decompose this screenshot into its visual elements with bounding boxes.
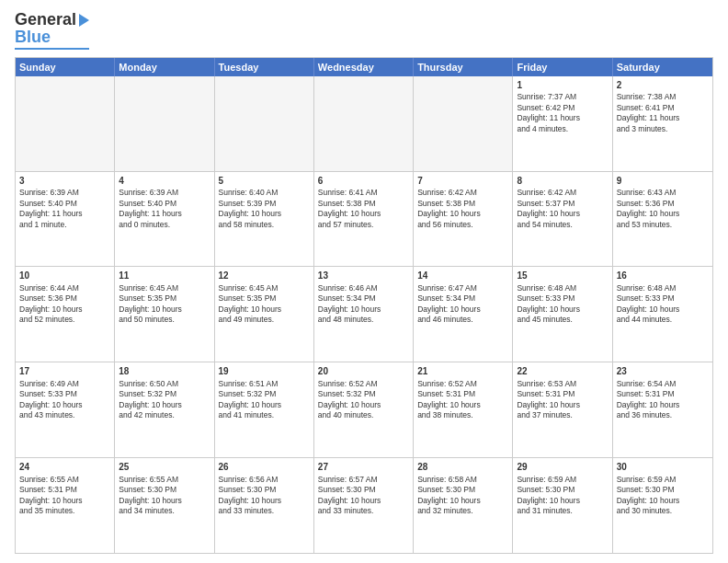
day-info: Sunset: 5:33 PM [517,293,608,304]
calendar-cell: 19Sunrise: 6:51 AMSunset: 5:32 PMDayligh… [215,362,314,457]
day-info: Sunrise: 6:42 AM [517,188,608,198]
day-info: Sunrise: 6:59 AM [517,475,608,485]
calendar-cell: 28Sunrise: 6:58 AMSunset: 5:30 PMDayligh… [414,458,513,553]
day-number: 30 [617,461,709,474]
calendar-cell: 3Sunrise: 6:39 AMSunset: 5:40 PMDaylight… [16,172,115,267]
day-info: and 48 minutes. [318,315,409,325]
day-info: Sunrise: 6:58 AM [417,475,508,485]
calendar-cell: 16Sunrise: 6:48 AMSunset: 5:33 PMDayligh… [613,267,712,362]
day-info: Sunset: 5:30 PM [417,485,508,495]
day-info: Sunrise: 6:41 AM [318,188,409,198]
day-info: and 1 minute. [19,220,110,230]
day-info: Sunrise: 6:51 AM [219,379,310,389]
day-info: Sunrise: 6:39 AM [19,188,110,198]
day-number: 24 [19,461,110,474]
calendar-body: 1Sunrise: 7:37 AMSunset: 6:42 PMDaylight… [16,76,712,553]
day-info: and 37 minutes. [517,410,608,420]
day-info: and 41 minutes. [219,410,310,420]
day-info: Sunset: 5:36 PM [19,293,110,304]
calendar-cell [16,76,115,171]
day-info: and 30 minutes. [617,506,709,516]
day-info: Daylight: 11 hours [119,209,210,219]
day-info: Daylight: 10 hours [517,304,608,315]
day-info: Sunrise: 6:49 AM [19,379,110,389]
day-info: and 46 minutes. [417,315,508,325]
day-info: and 38 minutes. [417,410,508,420]
calendar-cell: 25Sunrise: 6:55 AMSunset: 5:30 PMDayligh… [115,458,214,553]
day-number: 19 [219,365,310,378]
day-info: Daylight: 10 hours [318,400,409,410]
day-info: Sunset: 5:31 PM [617,389,709,399]
day-number: 29 [517,461,608,474]
day-info: Sunset: 6:41 PM [617,103,709,113]
day-info: Daylight: 11 hours [517,113,608,123]
day-number: 17 [19,365,110,378]
logo-underline [15,48,89,50]
calendar-cell [414,76,513,171]
calendar-cell: 29Sunrise: 6:59 AMSunset: 5:30 PMDayligh… [513,458,612,553]
day-info: Daylight: 10 hours [19,304,110,315]
day-info: Sunrise: 6:46 AM [318,283,409,293]
day-info: Daylight: 10 hours [219,496,310,506]
day-info: and 31 minutes. [517,506,608,516]
day-number: 22 [517,365,608,378]
day-info: Sunrise: 6:48 AM [517,283,608,293]
day-number: 11 [119,270,210,282]
day-number: 18 [119,365,210,378]
day-info: Sunrise: 6:55 AM [119,475,210,485]
calendar-cell: 5Sunrise: 6:40 AMSunset: 5:39 PMDaylight… [215,172,314,267]
day-info: Daylight: 10 hours [417,496,508,506]
day-info: Sunset: 5:31 PM [517,389,608,399]
calendar-cell: 7Sunrise: 6:42 AMSunset: 5:38 PMDaylight… [414,172,513,267]
day-header-monday: Monday [115,58,214,76]
calendar-cell: 2Sunrise: 7:38 AMSunset: 6:41 PMDaylight… [613,76,712,171]
day-info: Daylight: 10 hours [517,400,608,410]
day-number: 10 [19,270,110,282]
day-info: Sunset: 5:32 PM [318,389,409,399]
day-number: 6 [318,175,409,188]
calendar-cell: 22Sunrise: 6:53 AMSunset: 5:31 PMDayligh… [513,362,612,457]
calendar-cell: 17Sunrise: 6:49 AMSunset: 5:33 PMDayligh… [16,362,115,457]
day-info: Sunrise: 6:39 AM [119,188,210,198]
day-number: 2 [617,79,709,92]
day-info: Daylight: 10 hours [318,209,409,219]
day-info: Daylight: 10 hours [617,209,709,219]
day-info: Daylight: 11 hours [19,209,110,219]
day-info: Sunset: 5:31 PM [19,485,110,495]
day-info: Sunset: 5:39 PM [219,199,310,209]
day-info: Sunset: 5:40 PM [19,199,110,209]
day-number: 9 [617,175,709,188]
day-info: Sunrise: 6:45 AM [119,283,210,293]
day-number: 16 [617,270,709,282]
calendar-cell: 8Sunrise: 6:42 AMSunset: 5:37 PMDaylight… [513,172,612,267]
day-info: Sunrise: 6:52 AM [318,379,409,389]
day-info: Daylight: 10 hours [417,304,508,315]
day-info: Sunrise: 6:57 AM [318,475,409,485]
calendar-cell: 27Sunrise: 6:57 AMSunset: 5:30 PMDayligh… [314,458,414,553]
calendar-cell [115,76,214,171]
calendar-cell: 1Sunrise: 7:37 AMSunset: 6:42 PMDaylight… [513,76,612,171]
calendar-row-5: 24Sunrise: 6:55 AMSunset: 5:31 PMDayligh… [16,457,712,553]
calendar-cell: 21Sunrise: 6:52 AMSunset: 5:31 PMDayligh… [414,362,513,457]
day-info: Sunset: 5:34 PM [417,293,508,304]
calendar-cell: 24Sunrise: 6:55 AMSunset: 5:31 PMDayligh… [16,458,115,553]
day-info: Sunrise: 6:59 AM [617,475,709,485]
day-header-thursday: Thursday [414,58,513,76]
day-info: Sunrise: 6:40 AM [219,188,310,198]
day-info: Sunset: 5:37 PM [517,199,608,209]
day-info: Daylight: 11 hours [617,113,709,123]
day-info: Sunset: 5:30 PM [219,485,310,495]
calendar-row-2: 3Sunrise: 6:39 AMSunset: 5:40 PMDaylight… [16,171,712,267]
day-header-tuesday: Tuesday [215,58,314,76]
day-info: Sunrise: 6:45 AM [219,283,310,293]
day-number: 20 [318,365,409,378]
calendar-row-1: 1Sunrise: 7:37 AMSunset: 6:42 PMDaylight… [16,76,712,171]
calendar-cell: 20Sunrise: 6:52 AMSunset: 5:32 PMDayligh… [314,362,414,457]
day-number: 14 [417,270,508,282]
day-info: and 42 minutes. [119,410,210,420]
calendar-cell [314,76,414,171]
day-info: Daylight: 10 hours [417,400,508,410]
day-info: and 40 minutes. [318,410,409,420]
logo-text-blue: Blue [15,28,51,47]
day-info: Sunset: 5:36 PM [617,199,709,209]
